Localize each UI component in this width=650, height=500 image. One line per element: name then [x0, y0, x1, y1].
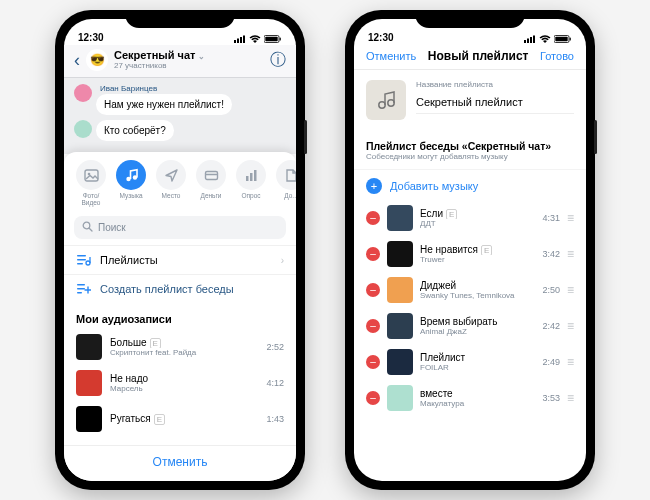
search-input[interactable]: Поиск: [74, 216, 286, 239]
track-cover: [387, 277, 413, 303]
svg-rect-24: [77, 288, 85, 289]
phone-right: 12:30 Отменить Новый плейлист Готово Наз…: [345, 10, 595, 490]
attach-label: Место: [154, 192, 188, 199]
attachment-sheet: Фото/ВидеоМузыкаМестоДеньгиОпросДо... По…: [64, 152, 296, 481]
svg-rect-5: [265, 37, 277, 42]
svg-rect-14: [250, 173, 253, 181]
track-title: Не надо: [110, 373, 258, 385]
plus-icon: +: [366, 178, 382, 194]
svg-rect-6: [280, 38, 281, 41]
track-cover: [76, 406, 102, 432]
playlist-track-row[interactable]: –ДиджейSwanky Tunes, Temnikova2:50≡: [354, 272, 586, 308]
attach-label: Опрос: [234, 192, 268, 199]
attach-doc[interactable]: До...: [274, 160, 296, 206]
track-cover: [387, 349, 413, 375]
remove-track-button[interactable]: –: [366, 247, 380, 261]
phone-left: 12:30 ‹ 😎 Секретный чат ⌄ 27 участников …: [55, 10, 305, 490]
music-icon: [116, 160, 146, 190]
track-row[interactable]: БольшеEСкриптонит feat. Райда2:52: [64, 329, 296, 365]
explicit-badge: E: [150, 338, 161, 349]
svg-rect-29: [527, 39, 529, 44]
track-title: Не нравитсяE: [420, 244, 535, 256]
chat-header: ‹ 😎 Секретный чат ⌄ 27 участников ⓘ: [64, 45, 296, 78]
attach-poll[interactable]: Опрос: [234, 160, 268, 206]
playlists-label: Плейлисты: [100, 254, 158, 266]
svg-rect-18: [77, 255, 86, 257]
playlist-track-row[interactable]: –Время выбиратьAnimal ДжаZ2:42≡: [354, 308, 586, 344]
track-cover: [387, 241, 413, 267]
svg-rect-2: [240, 37, 242, 43]
track-artist: Truwer: [420, 255, 535, 264]
playlist-track-row[interactable]: –ПлейлистFOILAR2:49≡: [354, 344, 586, 380]
track-duration: 3:53: [542, 393, 560, 403]
explicit-badge: E: [481, 245, 492, 256]
track-artist: Swanky Tunes, Temnikova: [420, 291, 535, 300]
playlist-track-row[interactable]: –ЕслиEДДТ4:31≡: [354, 200, 586, 236]
track-title: Плейлист: [420, 352, 535, 364]
svg-rect-28: [524, 40, 526, 43]
playlist-track-row[interactable]: –Не нравитсяETruwer3:42≡: [354, 236, 586, 272]
attach-card[interactable]: Деньги: [194, 160, 228, 206]
track-row[interactable]: РугатьсяE1:43: [64, 401, 296, 437]
drag-handle-icon[interactable]: ≡: [567, 247, 574, 261]
svg-rect-13: [246, 176, 249, 181]
track-cover: [387, 205, 413, 231]
nav-cancel[interactable]: Отменить: [366, 50, 416, 62]
attach-label: Музыка: [114, 192, 148, 199]
create-playlist-row[interactable]: Создать плейлист беседы: [64, 274, 296, 303]
track-cover: [76, 334, 102, 360]
cancel-button[interactable]: Отменить: [64, 445, 296, 481]
attach-location[interactable]: Место: [154, 160, 188, 206]
nav-done[interactable]: Готово: [540, 50, 574, 62]
track-artist: Animal ДжаZ: [420, 327, 535, 336]
remove-track-button[interactable]: –: [366, 211, 380, 225]
remove-track-button[interactable]: –: [366, 391, 380, 405]
remove-track-button[interactable]: –: [366, 283, 380, 297]
info-icon[interactable]: ⓘ: [270, 50, 286, 71]
attach-image[interactable]: Фото/Видео: [74, 160, 108, 206]
add-music-row[interactable]: + Добавить музыку: [354, 169, 586, 200]
location-icon: [156, 160, 186, 190]
track-title: Время выбирать: [420, 316, 535, 328]
nav-title: Новый плейлист: [428, 49, 529, 63]
playlist-cover[interactable]: [366, 80, 406, 120]
playlists-row[interactable]: Плейлисты ›: [64, 245, 296, 274]
track-row[interactable]: Не надоМарсель4:12: [64, 365, 296, 401]
back-icon[interactable]: ‹: [74, 50, 80, 71]
wifi-icon: [539, 35, 551, 43]
drag-handle-icon[interactable]: ≡: [567, 319, 574, 333]
explicit-badge: E: [154, 414, 165, 425]
chevron-right-icon: ›: [281, 255, 284, 266]
remove-track-button[interactable]: –: [366, 319, 380, 333]
svg-rect-15: [254, 170, 257, 181]
attach-label: До...: [274, 192, 296, 199]
track-cover: [387, 313, 413, 339]
playlist-section-subtitle: Собеседники могут добавлять музыку: [366, 152, 574, 161]
track-duration: 2:49: [542, 357, 560, 367]
svg-line-17: [89, 228, 92, 231]
my-audio-list: БольшеEСкриптонит feat. Райда2:52Не надо…: [64, 329, 296, 437]
home-indicator: [135, 482, 225, 486]
track-duration: 1:43: [266, 414, 284, 424]
drag-handle-icon[interactable]: ≡: [567, 211, 574, 225]
chat-avatar[interactable]: 😎: [86, 49, 108, 71]
status-time: 12:30: [78, 32, 104, 43]
track-title: ЕслиE: [420, 208, 535, 220]
svg-rect-0: [234, 40, 236, 43]
attach-music[interactable]: Музыка: [114, 160, 148, 206]
svg-rect-3: [243, 36, 245, 44]
track-title: вместе: [420, 388, 535, 400]
explicit-badge: E: [446, 209, 457, 220]
track-artist: Марсель: [110, 384, 258, 393]
playlist-track-row[interactable]: –вместеМакулатура3:53≡: [354, 380, 586, 416]
remove-track-button[interactable]: –: [366, 355, 380, 369]
drag-handle-icon[interactable]: ≡: [567, 283, 574, 297]
add-music-label: Добавить музыку: [390, 180, 478, 192]
track-artist: Скриптонит feat. Райда: [110, 348, 258, 357]
track-artist: ДДТ: [420, 219, 535, 228]
svg-rect-33: [555, 37, 567, 42]
drag-handle-icon[interactable]: ≡: [567, 391, 574, 405]
svg-rect-7: [85, 170, 98, 181]
playlist-name-input[interactable]: [416, 92, 574, 114]
drag-handle-icon[interactable]: ≡: [567, 355, 574, 369]
